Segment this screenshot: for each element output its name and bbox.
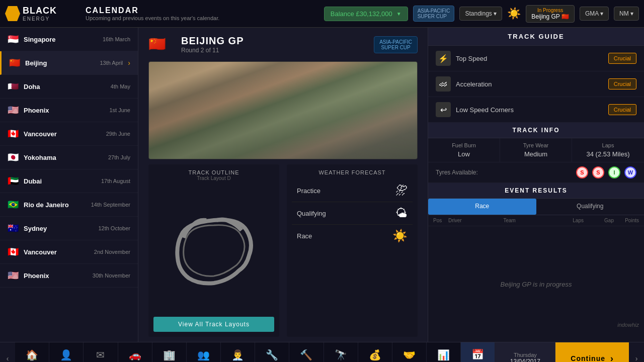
chevron-right-icon: › xyxy=(128,59,130,67)
flag-icon: 🇦🇪 xyxy=(8,175,19,187)
tyre-wear-value: Medium xyxy=(505,150,567,158)
nav-item-player[interactable]: 👤 Player xyxy=(49,342,84,362)
nav-item-finances[interactable]: 💰 Finances xyxy=(358,342,392,362)
nav-next-arrow[interactable]: › xyxy=(629,342,644,362)
laps-value: 34 (2.53 Miles) xyxy=(577,150,639,158)
sidebar-item-doha[interactable]: 🇶🇦 Doha 4th May xyxy=(0,75,138,99)
nav-item-sponsors[interactable]: 🤝 Sponsors xyxy=(392,342,427,362)
city-name: Vancouver xyxy=(24,248,89,256)
nav-item-home[interactable]: 🏠 Home xyxy=(15,342,49,362)
flag-icon: 🇯🇵 xyxy=(8,152,19,163)
track-info-grid: Fuel Burn Low Tyre Wear Medium Laps 34 (… xyxy=(428,138,644,162)
sidebar-item-singapore[interactable]: 🇸🇬 Singapore 16th March xyxy=(0,28,138,51)
sidebar-item-vancouver[interactable]: 🇨🇦 Vancouver 2nd November xyxy=(0,240,138,264)
sponsors-icon: 🤝 xyxy=(403,349,416,361)
continue-label: Continue xyxy=(571,354,605,362)
col-driver-header: Driver xyxy=(448,218,504,223)
logo-name: BLACK xyxy=(23,6,57,16)
low-speed-icon: ↩ xyxy=(436,102,451,117)
flag-icon: 🇨🇦 xyxy=(8,128,19,139)
tab-qualifying[interactable]: Qualifying xyxy=(536,199,645,215)
gp-title-area: BEIJING GP Round 2 of 11 xyxy=(181,35,244,54)
tyres-row: Tyres Available: S S I W xyxy=(428,162,644,183)
view-layouts-button[interactable]: View All Track Layouts xyxy=(153,317,274,332)
city-date: 29th June xyxy=(106,131,130,137)
top-speed-label: Top Speed xyxy=(456,55,603,62)
nav-item-drivers[interactable]: 👨‍💼 Drivers xyxy=(221,342,255,362)
track-image xyxy=(148,61,418,159)
city-name: Phoenix xyxy=(24,107,104,114)
player-icon: 👤 xyxy=(60,349,72,361)
acceleration-icon: 🏎 xyxy=(436,76,451,92)
track-outline-panel: TRACK OUTLINE Track Layout D View All Tr… xyxy=(148,164,279,337)
nav-item-scouting[interactable]: 🔭 Scouting xyxy=(324,342,358,362)
sidebar-item-yokohama[interactable]: 🇯🇵 Yokohama 27th July xyxy=(0,146,138,169)
gma-button[interactable]: GMA ▾ xyxy=(580,7,609,21)
in-progress-label: In Progress xyxy=(531,8,569,13)
nav-item-calendar[interactable]: 📅 Calendar xyxy=(461,342,495,362)
weather-practice-row: Practice ⛈ xyxy=(292,179,413,202)
tyre-wear-cell: Tyre Wear Medium xyxy=(500,138,572,162)
standings-label: Standings ▾ xyxy=(465,10,497,17)
nav-prev-arrow[interactable]: ‹ xyxy=(0,342,15,362)
tyres-label: Tyres Available: xyxy=(436,169,572,176)
nav-item-team[interactable]: 👥 Team xyxy=(187,342,221,362)
tab-race[interactable]: Race xyxy=(428,199,536,215)
event-tabs: Race Qualifying xyxy=(428,199,644,215)
flag-icon: 🇸🇬 xyxy=(8,34,19,45)
tyre-i: I xyxy=(608,166,620,178)
nav-item-standings[interactable]: 📊 Standings xyxy=(427,342,461,362)
nav-item-pit crew[interactable]: 🔨 Pit Crew xyxy=(289,342,324,362)
nav-item-car[interactable]: 🚗 Car xyxy=(118,342,152,362)
col-gap-header: Gap xyxy=(584,218,614,223)
sidebar-item-vancouver[interactable]: 🇨🇦 Vancouver 29th June xyxy=(0,122,138,146)
tyre-s2: S xyxy=(592,166,604,178)
city-name: Singapore xyxy=(24,36,98,43)
city-name: Yokohama xyxy=(24,154,103,161)
low-speed-rating: Crucial xyxy=(608,104,636,115)
home-icon: 🏠 xyxy=(26,349,38,361)
indowhiz-branding: indowhiz xyxy=(617,322,639,328)
pit crew-icon: 🔨 xyxy=(300,349,312,361)
continue-button[interactable]: Continue › xyxy=(555,342,629,362)
center-panel: 🇨🇳 BEIJING GP Round 2 of 11 ASIA-PACIFIC… xyxy=(138,28,428,342)
nav-item-mail[interactable]: ✉ Mail xyxy=(84,342,118,362)
logo-icon xyxy=(5,6,20,21)
nm-button[interactable]: NM ▾ xyxy=(614,7,639,21)
city-date: 27th July xyxy=(108,154,130,160)
top-speed-icon: ⚡ xyxy=(436,51,451,66)
standings-button[interactable]: Standings ▾ xyxy=(459,7,502,21)
top-speed-row: ⚡ Top Speed Crucial xyxy=(428,46,644,71)
balance-button[interactable]: Balance £30,132,000 ▼ xyxy=(324,7,408,21)
mail-icon: ✉ xyxy=(96,349,105,361)
nav-item-staff[interactable]: 🔧 Staff xyxy=(255,342,289,362)
gp-header: 🇨🇳 BEIJING GP Round 2 of 11 ASIA-PACIFIC… xyxy=(138,28,428,61)
main-content: 🇸🇬 Singapore 16th March 🇨🇳 Beijing 13th … xyxy=(0,28,644,342)
sidebar-item-dubai[interactable]: 🇦🇪 Dubai 17th August xyxy=(0,169,138,193)
in-progress-message: Beijing GP is in progress xyxy=(428,226,644,342)
flag-icon: 🇨🇳 xyxy=(9,57,20,68)
city-date: 14th September xyxy=(91,202,130,208)
track-outline-svg xyxy=(169,184,259,317)
date-full: 13/04/2017 xyxy=(510,358,540,362)
right-panel: TRACK GUIDE ⚡ Top Speed Crucial 🏎 Accele… xyxy=(428,28,644,342)
qualifying-weather-icon: 🌤 xyxy=(395,206,408,220)
track-info-header: TRACK INFO xyxy=(428,123,644,138)
nav-items-container: 🏠 Home 👤 Player ✉ Mail 🚗 Car 🏢 HQ 👥 Team… xyxy=(15,342,495,362)
sidebar-item-phoenix[interactable]: 🇺🇸 Phoenix 1st June xyxy=(0,99,138,122)
sidebar-item-sydney[interactable]: 🇦🇺 Sydney 12th October xyxy=(0,217,138,240)
in-progress-gp: Beijing GP 🇨🇳 xyxy=(531,13,569,20)
city-date: 13th April xyxy=(100,60,123,66)
nav-item-hq[interactable]: 🏢 HQ xyxy=(152,342,187,362)
sidebar-item-beijing[interactable]: 🇨🇳 Beijing 13th April › xyxy=(0,51,138,75)
city-date: 16th March xyxy=(103,36,130,42)
low-speed-label: Low Speed Corners xyxy=(456,106,603,114)
practice-weather-icon: ⛈ xyxy=(395,184,408,198)
sidebar-item-rio-de-janeiro[interactable]: 🇧🇷 Rio de Janeiro 14th September xyxy=(0,193,138,217)
event-results-header: EVENT RESULTS xyxy=(428,183,644,199)
sidebar-item-phoenix[interactable]: 🇺🇸 Phoenix 30th November xyxy=(0,264,138,288)
calendar-title-area: CALENDAR Upcoming and previous events on… xyxy=(86,6,219,21)
tyre-wear-label: Tyre Wear xyxy=(505,142,567,148)
top-speed-rating: Crucial xyxy=(608,53,636,64)
city-date: 12th October xyxy=(98,225,130,231)
